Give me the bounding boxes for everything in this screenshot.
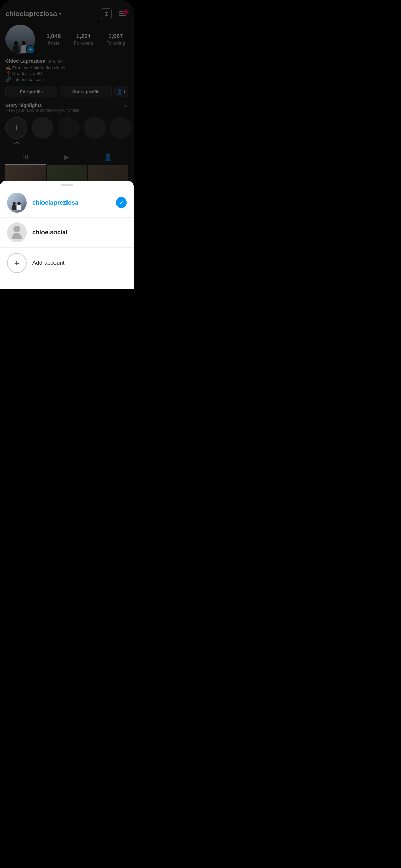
- sheet-drag-handle[interactable]: [61, 184, 73, 186]
- account-name-chloelapreziosa: chloelapreziosa: [32, 199, 110, 206]
- account-switcher-sheet: chloelapreziosa ✓ chloe.social + Add acc…: [0, 181, 134, 289]
- generic-avatar-icon: [12, 226, 22, 239]
- add-account-row[interactable]: + Add account: [0, 248, 134, 278]
- add-account-circle-icon: +: [7, 253, 27, 273]
- account-item-chloelapreziosa[interactable]: chloelapreziosa ✓: [0, 188, 134, 218]
- account-name-chloe-social: chloe.social: [32, 229, 127, 236]
- account-avatar-chloelapreziosa: [7, 193, 27, 213]
- plus-icon: +: [14, 258, 19, 268]
- account-selected-checkmark: ✓: [116, 197, 127, 208]
- account-item-chloe-social[interactable]: chloe.social: [0, 218, 134, 248]
- add-account-label: Add account: [32, 260, 65, 266]
- account-avatar-chloe-social: [7, 222, 27, 242]
